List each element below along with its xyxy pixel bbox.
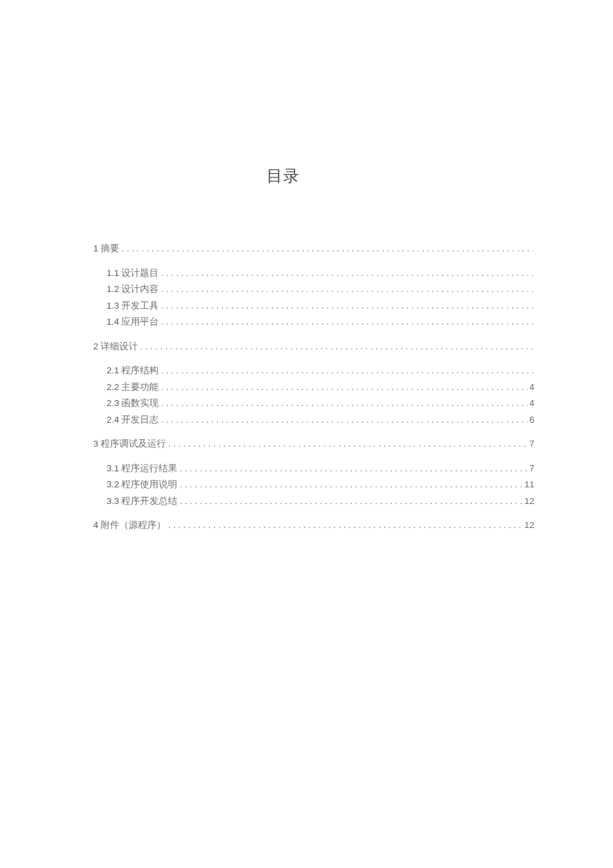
toc-subsection: 3.1 程序运行结果 .............................… bbox=[93, 464, 534, 506]
toc-entry: 1.3 开发工具 ...............................… bbox=[107, 301, 534, 311]
toc-leader-dots: ........................................… bbox=[159, 285, 533, 293]
toc-page-number: 6 bbox=[528, 415, 534, 425]
toc-leader-dots: ........................................… bbox=[159, 415, 528, 424]
toc-label: 程序使用说明 bbox=[121, 480, 177, 489]
toc-page-number: 12 bbox=[523, 497, 534, 506]
toc-page-number: 12 bbox=[523, 521, 534, 530]
toc-label: 应用平台 bbox=[121, 317, 159, 327]
toc-page-number: 7 bbox=[528, 439, 534, 449]
toc-leader-dots: ........................................… bbox=[159, 301, 533, 310]
toc-label: 详细设计 bbox=[101, 342, 138, 351]
toc-label: 开发日志 bbox=[121, 415, 159, 425]
toc-number: 2.2 bbox=[107, 383, 119, 392]
toc-number: 1.2 bbox=[107, 285, 119, 294]
toc-entry: 2 详细设计 .................................… bbox=[93, 342, 534, 351]
toc-leader-dots: ........................................… bbox=[119, 244, 533, 253]
toc-entry: 3.2 程序使用说明 .............................… bbox=[107, 480, 534, 489]
toc-number: 4 bbox=[93, 521, 99, 530]
toc-page-number: 7 bbox=[528, 464, 534, 473]
toc-leader-dots: ........................................… bbox=[177, 464, 528, 473]
toc-leader-dots: ........................................… bbox=[166, 521, 523, 529]
toc-leader-dots: ........................................… bbox=[159, 383, 528, 391]
toc-number: 1.1 bbox=[107, 269, 119, 278]
toc-leader-dots: ........................................… bbox=[177, 497, 523, 505]
toc-leader-dots: ........................................… bbox=[159, 269, 533, 277]
toc-label: 函数实现 bbox=[121, 399, 159, 408]
toc-page-number: 4 bbox=[528, 399, 534, 408]
toc-leader-dots: ........................................… bbox=[166, 439, 528, 448]
toc-leader-dots: ........................................… bbox=[177, 480, 523, 489]
toc-label: 程序开发总结 bbox=[121, 497, 177, 506]
toc-number: 1.3 bbox=[107, 301, 119, 311]
toc-section: 2 详细设计 .................................… bbox=[93, 342, 534, 425]
toc-number: 3.2 bbox=[107, 480, 119, 489]
toc-number: 1 bbox=[93, 244, 99, 253]
toc-entry: 3.1 程序运行结果 .............................… bbox=[107, 464, 534, 473]
toc-entry: 1.1 设计题目 ...............................… bbox=[107, 269, 534, 278]
toc-subsection: 1.1 设计题目 ...............................… bbox=[93, 269, 534, 327]
toc-section: 1 摘要 ...................................… bbox=[93, 244, 534, 327]
toc-entry: 1.4 应用平台 ...............................… bbox=[107, 317, 534, 327]
toc-label: 摘要 bbox=[101, 244, 119, 253]
toc-label: 附件（源程序） bbox=[101, 521, 166, 530]
toc-number: 3 bbox=[93, 439, 99, 449]
toc-entry: 2.3 函数实现 ...............................… bbox=[107, 399, 534, 408]
toc-label: 程序调试及运行 bbox=[101, 439, 166, 449]
toc-entry: 2.4 开发日志 ...............................… bbox=[107, 415, 534, 425]
toc-label: 开发工具 bbox=[121, 301, 159, 311]
toc-label: 程序结构 bbox=[121, 366, 159, 375]
toc-number: 2.4 bbox=[107, 415, 119, 425]
toc-number: 2.3 bbox=[107, 399, 119, 408]
toc-leader-dots: ........................................… bbox=[159, 399, 528, 407]
toc-leader-dots: ........................................… bbox=[159, 366, 533, 375]
toc-label: 设计内容 bbox=[121, 285, 159, 294]
toc-number: 3.3 bbox=[107, 497, 119, 506]
toc-subsection: 2.1 程序结构 ...............................… bbox=[93, 366, 534, 424]
table-of-contents: 1 摘要 ...................................… bbox=[93, 244, 534, 530]
toc-entry: 2.2 主要功能 ...............................… bbox=[107, 383, 534, 392]
toc-entry: 1 摘要 ...................................… bbox=[93, 244, 534, 253]
toc-leader-dots: ........................................… bbox=[138, 342, 533, 351]
toc-label: 程序运行结果 bbox=[121, 464, 177, 473]
toc-entry: 4 附件（源程序） ..............................… bbox=[93, 521, 534, 530]
toc-section: 3 程序调试及运行 ..............................… bbox=[93, 439, 534, 505]
page-container: 目录 1 摘要 ................................… bbox=[0, 0, 613, 530]
toc-number: 2.1 bbox=[107, 366, 119, 375]
toc-title: 目录 bbox=[267, 165, 534, 187]
toc-label: 设计题目 bbox=[121, 269, 159, 278]
toc-entry: 2.1 程序结构 ...............................… bbox=[107, 366, 534, 375]
toc-leader-dots: ........................................… bbox=[159, 317, 533, 326]
toc-number: 3.1 bbox=[107, 464, 119, 473]
toc-page-number: 11 bbox=[523, 480, 534, 489]
toc-section: 4 附件（源程序） ..............................… bbox=[93, 521, 534, 530]
toc-number: 1.4 bbox=[107, 317, 119, 327]
toc-page-number: 4 bbox=[528, 383, 534, 392]
toc-entry: 1.2 设计内容 ...............................… bbox=[107, 285, 534, 294]
toc-number: 2 bbox=[93, 342, 99, 351]
toc-entry: 3 程序调试及运行 ..............................… bbox=[93, 439, 534, 449]
toc-entry: 3.3 程序开发总结 .............................… bbox=[107, 497, 534, 506]
toc-label: 主要功能 bbox=[121, 383, 159, 392]
